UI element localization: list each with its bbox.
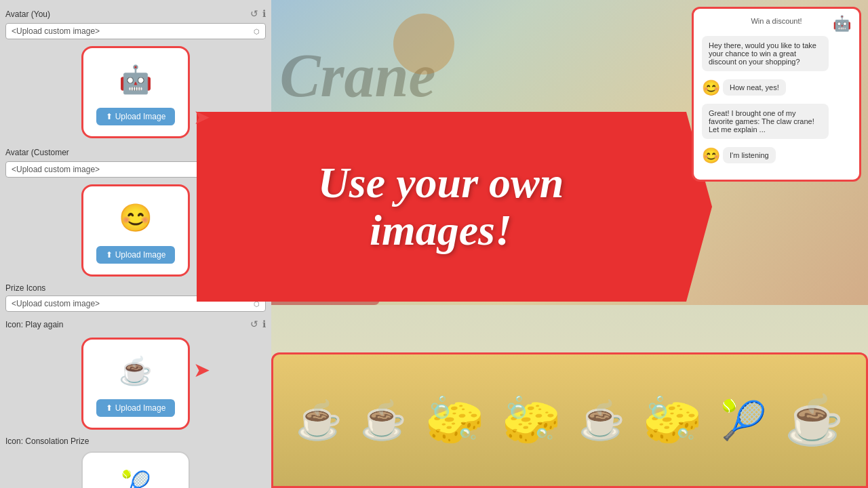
avatar-you-section-header: Avatar (You) ↺ ℹ	[5, 5, 266, 22]
game-item-spongebob-1: 🧽	[425, 392, 484, 448]
user-avatar-1: 😊	[702, 79, 720, 97]
avatar-you-upload-button[interactable]: ⬆ Upload Image	[96, 108, 176, 125]
play-again-image: ☕	[115, 350, 156, 391]
chat-message-3: Great! I brought one of my favorite game…	[702, 104, 851, 143]
arrow-2: ➤	[193, 358, 210, 382]
upload-icon-3: ⬆	[106, 403, 113, 413]
chat-text-4: I'm listening	[730, 151, 769, 159]
game-item-tennis-1: 🎾	[720, 399, 767, 443]
chat-text-1: Hey there, would you like to take your c…	[709, 41, 816, 66]
chat-bot-icon-top: 🤖	[833, 15, 851, 33]
play-again-refresh-button[interactable]: ↺	[250, 319, 258, 329]
avatar-you-label: Avatar (You)	[5, 9, 50, 19]
avatar-you-upload-label: Upload Image	[115, 112, 166, 121]
avatar-customer-dropdown-value: <Upload custom image>	[12, 165, 100, 174]
chat-text-2: How neat, yes!	[730, 83, 779, 92]
chat-bubble-bot-1: Hey there, would you like to take your c…	[702, 36, 829, 71]
avatar-you-dropdown-arrow: ⬡	[254, 28, 260, 35]
chat-message-4: 😊 I'm listening	[702, 147, 851, 167]
play-again-label: Icon: Play again	[5, 320, 63, 329]
banner-text: Use your own images!	[318, 159, 564, 255]
banner-line2: images!	[370, 206, 512, 254]
chat-bubble-user-2: I'm listening	[723, 147, 776, 163]
game-item-spongebob-2: 🧽	[502, 392, 561, 448]
prize-icons-dropdown-value: <Upload custom image>	[12, 299, 100, 308]
consolation-image: 🎾	[115, 464, 156, 488]
avatar-customer-image: 😊	[115, 197, 156, 238]
upload-icon-2: ⬆	[106, 250, 113, 260]
avatar-customer-upload-label: Upload Image	[115, 250, 166, 260]
chat-text-3: Great! I brought one of my favorite game…	[709, 109, 814, 134]
chat-bubble-bot-2: Great! I brought one of my favorite game…	[702, 104, 829, 139]
banner-line1: Use your own	[318, 159, 564, 207]
game-item-teacup-3: ☕	[578, 399, 625, 443]
avatar-you-dropdown-value: <Upload custom image>	[12, 26, 100, 36]
play-again-upload-button[interactable]: ⬆ Upload Image	[96, 399, 176, 417]
consolation-card-container: 🎾 ⬆ Upload Image	[5, 449, 266, 488]
chat-bubble-user-1: How neat, yes!	[723, 79, 786, 96]
chat-panel: Win a discount! 🤖 Hey there, would you l…	[692, 7, 861, 182]
avatar-customer-upload-button[interactable]: ⬆ Upload Image	[96, 246, 176, 264]
play-again-card-container: ☕ ⬆ Upload Image	[5, 335, 266, 432]
chat-header: Win a discount!	[751, 17, 802, 25]
chat-message-1: Hey there, would you like to take your c…	[702, 36, 851, 75]
game-item-spongebob-3: 🧽	[643, 392, 702, 448]
avatar-you-info-button[interactable]: ℹ	[262, 8, 266, 19]
red-banner: Use your own images!	[197, 112, 712, 302]
play-again-info-button[interactable]: ℹ	[262, 319, 266, 329]
avatar-you-image: 🤖	[115, 59, 156, 100]
play-again-upload-label: Upload Image	[115, 403, 166, 413]
consolation-upload-card: 🎾 ⬆ Upload Image	[81, 451, 190, 488]
game-item-teacup-2: ☕	[360, 399, 407, 443]
avatar-customer-upload-card: 😊 ⬆ Upload Image	[81, 184, 190, 277]
chat-message-2: 😊 How neat, yes!	[702, 79, 851, 100]
game-item-teacup-1: ☕	[296, 399, 342, 443]
consolation-label: Icon: Consolation Prize	[5, 436, 266, 446]
game-item-teacup-4: ☕	[785, 392, 844, 448]
avatar-you-dropdown[interactable]: <Upload custom image> ⬡	[5, 23, 266, 39]
avatar-you-upload-card: 🤖 ⬆ Upload Image	[81, 46, 190, 138]
play-again-section-header: Icon: Play again ↺ ℹ	[5, 316, 266, 332]
play-again-icons: ↺ ℹ	[250, 319, 266, 329]
avatar-customer-label: Avatar (Customer	[5, 148, 69, 157]
arrow-1: ➤	[193, 105, 210, 129]
game-scene-bottom: ☕ ☕ 🧽 🧽 ☕ 🧽 🎾 ☕	[271, 352, 868, 488]
avatar-you-icons: ↺ ℹ	[250, 8, 266, 19]
avatar-you-refresh-button[interactable]: ↺	[250, 8, 258, 19]
play-again-upload-card: ☕ ⬆ Upload Image	[81, 338, 190, 430]
user-avatar-2: 😊	[702, 147, 720, 165]
upload-icon-1: ⬆	[106, 112, 113, 121]
